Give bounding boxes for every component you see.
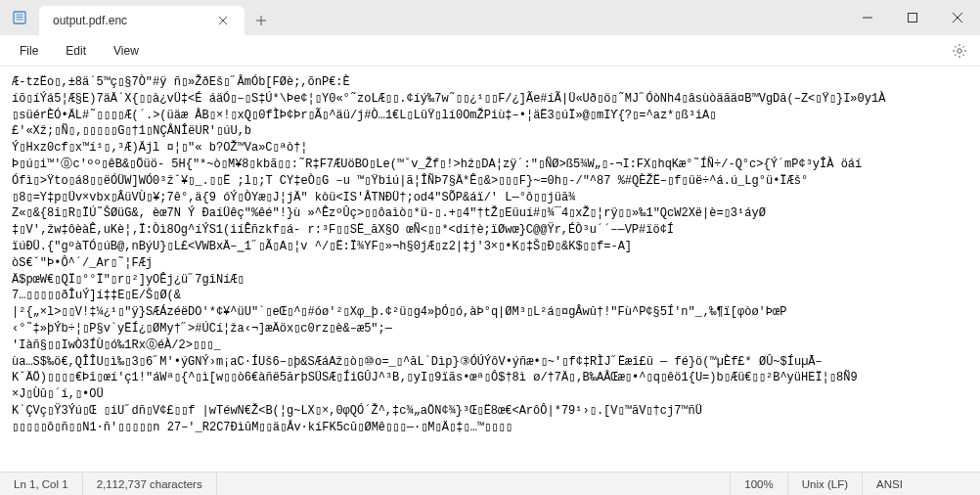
editor-line: ‹°˜‡»þÝb÷¦▯P§v`yËÍ¿▯ØMy†˝>#ÚCí¦ža‹¬]æÄöx…	[12, 321, 968, 338]
editor-line: Ä$pœW€▯QÏ▯°°Ï″▯r▯²]yOÊj¿ü˝7gîNíÆ▯	[12, 272, 968, 289]
status-encoding[interactable]: ANSI	[863, 472, 980, 495]
editor-line: 'Iàñ§▯▯IwÒ3ÍÙ▯ó‰1Rx⓪éÀ/2>▯▯▯_	[12, 338, 968, 354]
editor-line: ùa…S$‰ö€,QÎÎU▯ì‰▯3▯6˝M'•ýGNÝ›m¡aC·ÍUš6–▯…	[12, 354, 968, 371]
editor-line: Z«▯&{8î▯R▯ÏÚ˜ŠØüG&, èœ7N Ý ÐaíÜêç"%êé"!}…	[12, 205, 968, 222]
editor-line: Ý▯Hxz0cf▯x™í¹▯‚³Æ)Äjl ¤¦▯"« b?OŽ™Va»C▯ªò…	[12, 140, 968, 157]
editor-line: òS€ˇ"Þ•Ô^´/_Ar▯˜¦FÆj	[12, 255, 968, 272]
editor-line: ▯▯▯▯▯ô▯ñ▯▯N1·ñ'▯▯▯▯▯n 27–'_R2C7ÐìūM▯▯ä▯Å…	[12, 420, 968, 436]
menu-file[interactable]: File	[6, 40, 52, 62]
new-tab-button[interactable]	[245, 6, 278, 35]
editor-line: Æ-tzËo▯,±8ä´5™ç▯§7Ò"#ÿ ñ▯»ŽðEš▯˝ÅmÓb[FØè…	[12, 74, 968, 91]
editor-line: 7…▯▯▯▯▯ðÎuÝ]í‡‡E▯E/Š▯Ø(&	[12, 288, 968, 304]
editor-line: |²{„×l>▯▯V!‡¼¿¹▯"ÿ}SÆÁzéëDO'*¢¥^üU"`▯eŒ▯…	[12, 304, 968, 321]
editor-line: íõ▯íÝá5¦Æ§E)7äÄ´X{▯▯à¿vÜ‡<É áäÓ▯–▯S‡Ú*\Þ…	[12, 91, 968, 108]
editor-line: KˇÄÖ)▯▯▯▯€Þî▯œí'ç1!"áWª▯{^▯ì[w▯▯ò6€àñë5ā…	[12, 370, 968, 386]
editor-line: Ófì▯>Ÿto▯á8▯▯ëÓÜW]WÓ0³žˇ¥▯_.▯▯Ë ;l▯;T CY…	[12, 173, 968, 190]
app-icon	[0, 0, 39, 35]
status-chars[interactable]: 2,112,737 characters	[83, 472, 217, 495]
editor-area[interactable]: Æ-tzËo▯,±8ä´5™ç▯§7Ò"#ÿ ñ▯»ŽðEš▯˝ÅmÓb[FØè…	[0, 67, 980, 472]
settings-button[interactable]	[945, 38, 974, 64]
tab-active[interactable]: output.pdf.enc	[39, 6, 245, 35]
menu-view[interactable]: View	[100, 40, 153, 62]
status-position[interactable]: Ln 1, Col 1	[0, 472, 83, 495]
editor-line: ▯süérÈÓ•ÄL#˜▯▯▯▯Æ(´.>(üäæ ÅB▯×!▯xQ▯0fÌÞ¢…	[12, 108, 968, 124]
svg-point-12	[958, 48, 961, 52]
editor-line: Þ▯ú▯i™'⓪c'ºº▯êB&▯Öüö- 5H{"*~ò▯M¥8▯kbã▯▯:…	[12, 157, 968, 173]
close-button[interactable]	[935, 0, 980, 35]
tab-close-icon[interactable]	[211, 9, 235, 32]
status-zoom[interactable]: 100%	[731, 472, 787, 495]
editor-line: K`ÇVç▯Ϋ3Ýú▯Œ ▯iU˝dñ▯V¢£▯▯f |wTéwN€Ž<B(¦g…	[12, 403, 968, 420]
status-bar: Ln 1, Col 1 2,112,737 characters 100% Un…	[0, 472, 980, 495]
maximize-button[interactable]	[890, 0, 935, 35]
minimize-button[interactable]	[845, 0, 890, 35]
editor-line: £'«Xž;▯Ñ▯‚▯▯▯▯▯G▯†1▯NÇÅNÎëUR'▯úU,b	[12, 123, 968, 140]
editor-line: ‡▯V'‚žw‡ôèàÊ,uKè¦‚Ï:Òì8Og^íÝS1(iíÊñzkf▯á…	[12, 222, 968, 239]
status-eol[interactable]: Unix (LF)	[788, 472, 863, 495]
editor-line: ïúÐÜ.{"gºàTÓ▯úB@,nBýU}▯L£<VWBxÄ–‗1˝▯Ã▯A▯…	[12, 239, 968, 255]
editor-line: ×J▯Ùū▯´í,▯•OÜ	[12, 386, 968, 403]
editor-line: ▯8▯=Y‡p▯Üv×vbx▯ÂüVÙ▯¥;7ê°,ä{9 óÝ▯ÒΥæ▯J¦j…	[12, 190, 968, 206]
menu-edit[interactable]: Edit	[52, 40, 100, 62]
tab-title: output.pdf.enc	[53, 14, 211, 27]
svg-rect-9	[909, 14, 917, 22]
